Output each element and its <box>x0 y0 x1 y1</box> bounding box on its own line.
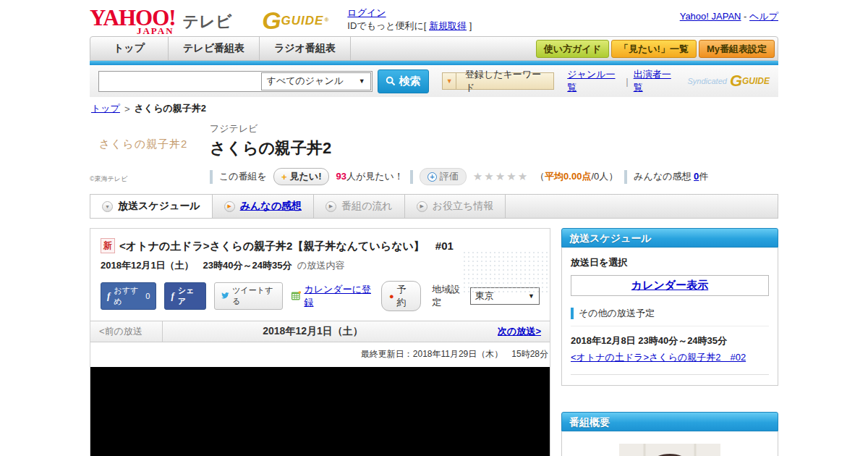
tweet-button[interactable]: ツイートする <box>214 282 283 310</box>
mitai-list-button[interactable]: 「見たい!」一覧 <box>611 40 697 58</box>
program-photo <box>619 444 720 456</box>
main-nav: トップ テレビ番組表 ラジオ番組表 使い方ガイド 「見たい!」一覧 My番組表設… <box>90 36 778 61</box>
gguide-logo: GGUIDE® <box>262 8 328 33</box>
rate-button-label: 評価 <box>440 170 459 183</box>
tab-label: お役立ち情報 <box>433 200 494 213</box>
next-episode-link[interactable]: <オトナの土ドラ>さくらの親子丼2 #02 <box>571 351 769 364</box>
play-icon: ▶ <box>417 201 427 212</box>
next-broadcast-datetime: 2018年12月8日 23時40分～24時35分 <box>571 334 769 347</box>
breadcrumb: トップ > さくらの親子丼2 <box>90 97 778 119</box>
tab-broadcast-schedule[interactable]: ▼ 放送スケジュール <box>90 195 213 218</box>
average-rating: （平均0.00点/0人） <box>535 170 618 183</box>
yahoo-japan-link[interactable]: Yahoo! JAPAN <box>680 11 741 22</box>
registered-keywords-button[interactable]: ▼ 登録したキーワード <box>442 72 554 90</box>
calendar-display-link[interactable]: カレンダー表示 <box>631 279 708 292</box>
video-player-area[interactable] <box>90 367 550 456</box>
tab-everyones-impressions[interactable]: ▶ みんなの感想 <box>213 195 314 218</box>
new-badge: 新 <box>101 238 115 253</box>
nav-tab-radio-listings[interactable]: ラジオ番組表 <box>260 37 351 60</box>
login-link[interactable]: ログイン <box>347 7 386 18</box>
genre-list-link[interactable]: ジャンル一覧 <box>567 68 621 94</box>
tab-label[interactable]: みんなの感想 <box>240 200 302 213</box>
overview-box-header: 番組概要 <box>561 412 778 431</box>
tab-useful-info[interactable]: ▶ お役立ち情報 <box>405 195 506 218</box>
help-link[interactable]: ヘルプ <box>749 11 778 22</box>
next-broadcast-link[interactable]: 次の放送> <box>498 325 541 338</box>
divider-bar <box>624 170 627 184</box>
star-rating-icons: ★★★★★ <box>473 170 529 183</box>
overview-box-body <box>561 431 778 456</box>
schedule-box-header: 放送スケジュール <box>561 228 778 248</box>
kanso-label: みんなの感想 <box>634 171 691 182</box>
prev-broadcast[interactable]: <前の放送 <box>90 321 163 342</box>
section-tabs: ▼ 放送スケジュール ▶ みんなの感想 ▶ 番組の流れ ▶ お役立ち情報 <box>90 194 778 219</box>
sidebar: 放送スケジュール 放送日を選択 カレンダー表示 その他の放送予定 2018年12… <box>561 228 778 456</box>
program-thumbnail-image: さくらの親子丼2 <box>90 122 197 166</box>
yahoo-japan-logo[interactable]: YAHOO! JAPAN <box>90 7 176 29</box>
program-info: フジテレビ さくらの親子丼2 この番組を + 見たい! 93人が見たい！ + 評… <box>210 122 778 185</box>
top-bar: YAHOO! JAPAN テレビ GGUIDE® ログイン IDでもっと便利に[… <box>90 0 778 36</box>
calendar-display-button[interactable]: カレンダー表示 <box>571 275 769 296</box>
select-date-label: 放送日を選択 <box>571 256 769 269</box>
program-meta: この番組を + 見たい! 93人が見たい！ + 評価 ★★★★★ （平均0.00… <box>210 168 778 185</box>
reserve-button[interactable]: ● 予約 <box>381 281 421 311</box>
gguide-g: G <box>730 72 742 90</box>
record-dot-icon: ● <box>389 292 394 300</box>
search-input[interactable] <box>99 72 260 91</box>
search-button-label: 検索 <box>399 75 420 88</box>
divider-bar <box>210 170 213 184</box>
breadcrumb-home-link[interactable]: トップ <box>91 102 120 115</box>
facebook-recommend-button[interactable]: f おすすめ 0 <box>101 282 156 310</box>
mitai-button[interactable]: + 見たい! <box>273 168 330 185</box>
gguide-small-logo: GGUIDE <box>730 72 770 90</box>
tab-label: 放送スケジュール <box>118 200 200 213</box>
link-separator: - <box>744 11 746 22</box>
breadcrumb-separator: > <box>124 104 130 114</box>
other-broadcasts-row: その他の放送予定 <box>571 307 769 326</box>
my-listings-settings-button[interactable]: My番組表設定 <box>699 40 775 58</box>
mitai-count: 93 <box>336 171 346 182</box>
mitai-prefix: この番組を <box>219 170 267 183</box>
current-broadcast-date: 2018年12月1日（土） <box>163 321 463 342</box>
program-thumbnail: さくらの親子丼2 ©東海テレビ <box>90 122 197 185</box>
login-note-prefix: IDでもっと便利に[ <box>347 20 426 31</box>
rate-button[interactable]: + 評価 <box>420 168 467 185</box>
syndicated-label: Syndicated <box>687 77 726 85</box>
plus-icon: + <box>427 172 437 182</box>
avg-paren-open: （ <box>535 171 545 182</box>
region-label: 地域設定 <box>432 283 466 309</box>
genre-select-value: すべてのジャンル <box>267 75 344 88</box>
search-button[interactable]: 検索 <box>378 69 430 93</box>
calendar-register-link[interactable]: カレンダーに登録 <box>304 283 373 309</box>
signup-link[interactable]: 新規取得 <box>429 20 467 31</box>
calendar-register[interactable]: カレンダーに登録 <box>291 283 373 309</box>
tab-program-flow[interactable]: ▶ 番組の流れ <box>314 195 405 218</box>
cast-list-link[interactable]: 出演者一覧 <box>634 68 678 94</box>
kanso-suffix: 件 <box>699 171 708 182</box>
episode-datetime: 2018年12月1日（土） 23時40分～24時35分 <box>101 260 292 271</box>
mitai-button-label: 見たい! <box>290 170 322 183</box>
content: 新<オトナの土ドラ>さくらの親子丼2【親子丼なんていらない】 #01 2018年… <box>90 228 778 456</box>
reserve-label: 予約 <box>397 283 414 309</box>
chevron-down-icon: ▼ <box>443 73 456 89</box>
page: YAHOO! JAPAN テレビ GGUIDE® ログイン IDでもっと便利に[… <box>90 0 778 456</box>
episode-title-line: 新<オトナの土ドラ>さくらの親子丼2【親子丼なんていらない】 #01 <box>101 238 477 255</box>
gguide-g: G <box>262 8 281 33</box>
avg-rest: /0人） <box>591 171 618 182</box>
nav-tab-top[interactable]: トップ <box>90 37 169 60</box>
play-icon: ▶ <box>326 201 336 212</box>
mitai-suffix: 人が見たい！ <box>346 171 404 182</box>
usage-guide-button[interactable]: 使い方ガイド <box>536 40 609 58</box>
other-broadcasts-label: その他の放送予定 <box>579 307 655 320</box>
episode-title: <オトナの土ドラ>さくらの親子丼2【親子丼なんていらない】 #01 <box>119 240 454 252</box>
nav-tab-tv-listings[interactable]: テレビ番組表 <box>169 37 260 60</box>
avg-value: 平均0.00点 <box>545 171 591 182</box>
divider-bar <box>410 170 413 184</box>
fb-share-label: シェア <box>178 285 200 307</box>
genre-select[interactable]: すべてのジャンル ▼ <box>261 72 371 90</box>
mitai-count-line: 93人が見たい！ <box>336 170 403 183</box>
chevron-down-icon: ▼ <box>528 292 535 300</box>
episode-panel: 新<オトナの土ドラ>さくらの親子丼2【親子丼なんていらない】 #01 2018年… <box>90 228 550 456</box>
facebook-share-button[interactable]: f シェア <box>164 282 205 310</box>
episode-datetime-suffix: の放送内容 <box>297 260 344 271</box>
